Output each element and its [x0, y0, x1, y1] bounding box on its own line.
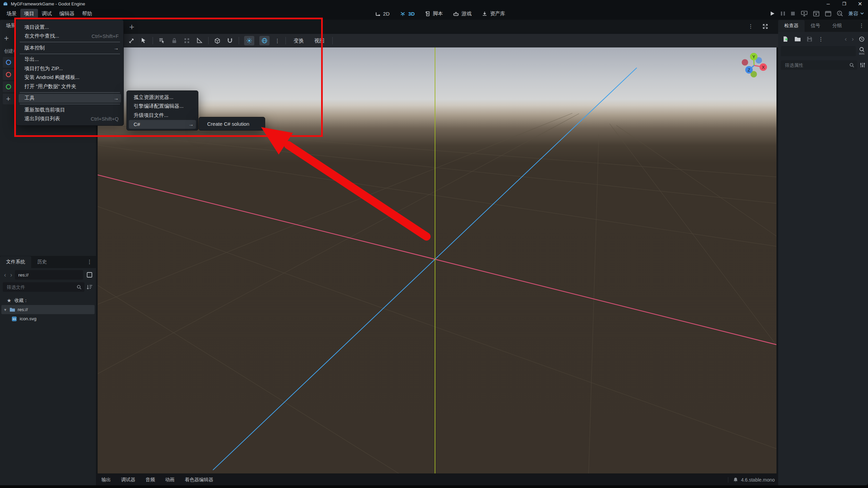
annotation-rectangle: [14, 18, 323, 137]
resource-path-field[interactable]: res://: [15, 270, 83, 280]
gizmo-x-label: X: [762, 65, 765, 70]
workspace-script-button[interactable]: 脚本: [425, 11, 443, 17]
godot-editor-window: MyGFrameworkGame - Godot Engine ─ ❐ ✕ 场景…: [0, 0, 868, 488]
favorites-row: ★ 收藏：: [0, 296, 96, 305]
axis-x-line: [98, 175, 776, 345]
tree-row-root[interactable]: ▼ res://: [1, 305, 95, 314]
svg-text:DOC: DOC: [859, 52, 865, 55]
workspace-2d-button[interactable]: 2D: [375, 11, 390, 17]
menu-project[interactable]: 项目: [20, 9, 38, 19]
expand-viewport-icon[interactable]: [763, 24, 768, 29]
history-forward-icon[interactable]: ›: [852, 35, 854, 43]
nav-forward-icon[interactable]: ›: [9, 271, 14, 279]
new-resource-icon[interactable]: [782, 36, 789, 42]
bottom-tab-animation[interactable]: 动画: [165, 477, 175, 483]
workspace-game-button[interactable]: 游戏: [453, 11, 472, 17]
menu-debug[interactable]: 调试: [38, 9, 56, 19]
inspector-tabbar: 检查器 信号 分组 ⋮: [778, 20, 868, 32]
favorites-label: 收藏：: [14, 298, 28, 304]
title-bar: MyGFrameworkGame - Godot Engine ─ ❐ ✕: [0, 0, 868, 7]
nav-back-icon[interactable]: ‹: [3, 271, 7, 279]
filesystem-dock: 文件系统 历史 ⋮ ‹ › res:// ★ 收藏： ▼ res://: [0, 256, 96, 485]
godot-file-icon: [12, 316, 17, 322]
workspace-assetlib-button[interactable]: 资产库: [482, 11, 505, 17]
renderer-dropdown[interactable]: 兼容: [848, 11, 864, 17]
menu-scene[interactable]: 场景: [3, 9, 20, 19]
split-mode-toggle[interactable]: [86, 271, 93, 279]
file-filter-box[interactable]: [3, 282, 84, 292]
taskbar-strip: [0, 485, 868, 488]
3d-icon: [400, 11, 406, 17]
view-axis-gizmo[interactable]: Y X Z: [742, 53, 767, 78]
edited-object-field[interactable]: [781, 46, 856, 56]
collapse-arrow-icon[interactable]: ▼: [3, 308, 7, 312]
viewport-menu-icon[interactable]: ⋮: [748, 23, 754, 29]
inspector-dock: 检查器 信号 分组 ⋮ ⋮ ‹ › DOC: [778, 20, 868, 485]
property-filter-box[interactable]: [781, 60, 857, 70]
search-icon: [77, 285, 82, 290]
stop-button[interactable]: [791, 11, 795, 16]
version-label[interactable]: 4.6.stable.mono: [741, 477, 775, 483]
minimize-button[interactable]: ─: [820, 0, 836, 7]
property-tools-icon[interactable]: [859, 62, 866, 68]
open-docs-icon[interactable]: DOC: [858, 47, 866, 56]
notification-bell-icon[interactable]: [733, 477, 738, 483]
tab-signals[interactable]: 信号: [805, 20, 826, 32]
play-button[interactable]: [770, 11, 775, 16]
script-icon: [425, 11, 430, 17]
history-back-icon[interactable]: ‹: [845, 35, 847, 43]
bottom-tab-shader[interactable]: 着色器编辑器: [185, 477, 213, 483]
movie-maker-button[interactable]: [837, 11, 843, 17]
window-title: MyGFrameworkGame - Godot Engine: [11, 1, 85, 6]
control-node-icon: [5, 83, 12, 90]
workspace-3d-button[interactable]: 3D: [400, 11, 415, 17]
gizmo-z-label: Z: [748, 67, 750, 73]
bottom-tab-audio[interactable]: 音频: [145, 477, 155, 483]
plus-icon: +: [5, 95, 11, 103]
remote-play-button[interactable]: [801, 11, 808, 17]
close-button[interactable]: ✕: [852, 0, 868, 7]
folder-icon: [9, 307, 15, 312]
tab-history[interactable]: 历史: [31, 256, 53, 268]
game-icon: [453, 11, 459, 17]
resource-extra-icon[interactable]: ⋮: [818, 36, 824, 42]
2d-icon: [375, 11, 381, 17]
tree-row-file[interactable]: icon.svg: [0, 314, 96, 323]
star-icon: ★: [7, 298, 11, 304]
file-filter-input[interactable]: [6, 284, 77, 290]
playback-controls: 兼容: [770, 7, 864, 20]
assetlib-download-icon: [482, 11, 488, 17]
filesystem-menu-icon[interactable]: ⋮: [87, 259, 93, 265]
chevron-down-icon: [860, 12, 864, 15]
tab-groups[interactable]: 分组: [826, 20, 848, 32]
property-filter-input[interactable]: [784, 62, 849, 68]
search-icon: [849, 63, 854, 68]
tab-filesystem[interactable]: 文件系统: [0, 256, 31, 268]
node3d-icon: [5, 71, 12, 78]
play-custom-scene-button[interactable]: [825, 11, 831, 17]
filesystem-tabbar: 文件系统 历史 ⋮: [0, 256, 96, 268]
menu-help[interactable]: 帮助: [78, 9, 96, 19]
bottom-tab-output[interactable]: 输出: [101, 477, 111, 483]
save-resource-icon[interactable]: [807, 36, 812, 42]
node2d-icon: [5, 59, 12, 66]
restore-button[interactable]: ❐: [836, 0, 852, 7]
tab-inspector[interactable]: 检查器: [778, 20, 805, 32]
add-node-icon[interactable]: +: [4, 34, 9, 43]
pause-button[interactable]: [781, 11, 785, 16]
gizmo-y-label: Y: [752, 54, 755, 59]
bottom-panel-bar: 输出 调试器 音频 动画 着色器编辑器 4.6.stable.mono: [96, 474, 778, 485]
object-history-icon[interactable]: [859, 36, 865, 42]
workspace-switcher: 2D 3D 脚本 游戏 资产库: [375, 7, 505, 20]
sort-files-icon[interactable]: [86, 284, 93, 290]
load-resource-folder-icon[interactable]: [794, 36, 801, 42]
inspector-menu-icon[interactable]: ⋮: [859, 22, 865, 29]
play-scene-button[interactable]: [813, 11, 820, 17]
bottom-tab-debugger[interactable]: 调试器: [121, 477, 135, 483]
godot-logo-icon: [3, 1, 8, 6]
menu-editor[interactable]: 编辑器: [56, 9, 78, 19]
